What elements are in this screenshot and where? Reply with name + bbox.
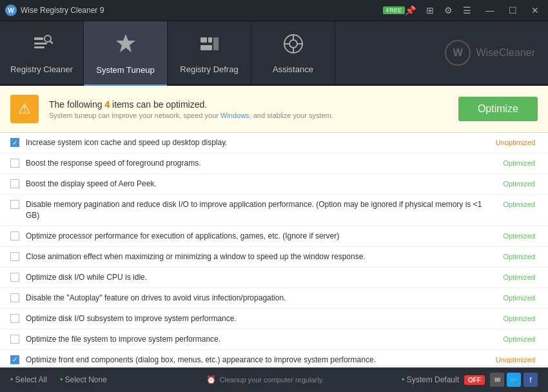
tab-registry-cleaner[interactable]: Registry Cleaner — [0, 21, 84, 84]
svg-rect-2 — [34, 46, 44, 48]
tab-label-registry-cleaner: Registry Cleaner — [10, 64, 73, 74]
list-item: Optimize processor performance for execu… — [0, 226, 548, 247]
item-checkbox-3[interactable] — [10, 179, 19, 188]
list-item: Boost the response speed of foreground p… — [0, 153, 548, 174]
twitter-social-button[interactable]: 🐦 — [507, 373, 521, 387]
list-item: Optimize the file system to improve syst… — [0, 329, 548, 350]
svg-marker-5 — [116, 34, 135, 52]
window-controls: — ☐ ✕ — [482, 4, 543, 17]
app-logo: W — [5, 5, 17, 16]
menu-icon[interactable]: ☰ — [463, 5, 471, 15]
settings-icon[interactable]: ⚙ — [444, 5, 453, 15]
item-checkbox-4[interactable] — [10, 200, 19, 209]
warning-icon: ⚠ — [10, 95, 39, 123]
email-social-button[interactable]: ✉ — [490, 373, 504, 387]
registry-defrag-icon — [198, 32, 221, 61]
tab-system-tuneup[interactable]: System Tuneup — [84, 21, 168, 84]
list-item: Disable the "Autoplay" feature on drives… — [0, 288, 548, 309]
item-text-6: Close animation effect when maximizing o… — [26, 251, 494, 262]
svg-rect-9 — [213, 37, 219, 50]
info-banner: ⚠ The following 4 items can be optimized… — [0, 86, 548, 133]
svg-rect-8 — [201, 45, 212, 50]
main-content: ⚠ The following 4 items can be optimized… — [0, 86, 548, 368]
tab-registry-defrag[interactable]: Registry Defrag — [168, 21, 251, 84]
svg-rect-0 — [34, 37, 43, 40]
item-status-9: Optimized — [500, 314, 538, 323]
item-text-1: Increase system icon cache and speed up … — [26, 137, 487, 148]
item-status-5: Optimized — [500, 231, 538, 240]
facebook-social-button[interactable]: f — [524, 373, 538, 387]
assistance-icon — [282, 32, 305, 61]
item-text-3: Boost the display speed of Aero Peek. — [26, 179, 494, 190]
tab-label-registry-defrag: Registry Defrag — [180, 64, 238, 74]
registry-cleaner-icon — [30, 32, 54, 61]
item-status-1: Unoptimized — [493, 138, 538, 147]
optimize-button[interactable]: Optimize — [458, 97, 538, 121]
brand-name: WiseCleaner — [476, 47, 535, 59]
brand-circle: W — [445, 40, 471, 66]
item-checkbox-6[interactable] — [10, 252, 19, 261]
item-text-8: Disable the "Autoplay" feature on drives… — [26, 293, 494, 304]
pin-icon[interactable]: 📌 — [405, 5, 416, 15]
tab-assistance[interactable]: Assistance — [251, 21, 335, 84]
close-button[interactable]: ✕ — [527, 4, 543, 17]
svg-line-4 — [50, 41, 52, 43]
item-status-11: Unoptimized — [493, 355, 538, 364]
maximize-button[interactable]: ☐ — [505, 4, 521, 17]
item-checkbox-7[interactable] — [10, 273, 19, 282]
item-text-5: Optimize processor performance for execu… — [26, 231, 494, 242]
free-badge: FREE — [383, 6, 405, 14]
items-list: Increase system icon cache and speed up … — [0, 133, 548, 366]
footer-right: System Default OFF ✉ 🐦 f — [402, 373, 538, 387]
social-links: ✉ 🐦 f — [490, 373, 538, 387]
item-checkbox-8[interactable] — [10, 293, 19, 302]
item-checkbox-2[interactable] — [10, 159, 19, 168]
select-all-link[interactable]: Select All — [10, 375, 47, 384]
app-title: Wise Registry Cleaner 9 — [21, 6, 379, 15]
banner-main-text: The following 4 items can be optimized. — [49, 99, 448, 110]
svg-rect-7 — [208, 37, 212, 43]
item-checkbox-1[interactable] — [10, 138, 19, 147]
item-text-9: Optimize disk I/O subsystem to improve s… — [26, 313, 494, 324]
clock-icon: ⏰ — [206, 375, 216, 384]
item-status-10: Optimized — [500, 335, 538, 344]
item-text-10: Optimize the file system to improve syst… — [26, 334, 494, 345]
item-checkbox-9[interactable] — [10, 314, 19, 323]
list-item: Optimize front end components (dialog bo… — [0, 350, 548, 366]
item-status-6: Optimized — [500, 252, 538, 261]
item-checkbox-10[interactable] — [10, 335, 19, 344]
list-item: Optimize disk I/O subsystem to improve s… — [0, 309, 548, 329]
windows-link[interactable]: Windows — [220, 112, 250, 119]
item-status-3: Optimized — [500, 179, 538, 188]
item-checkbox-5[interactable] — [10, 231, 19, 240]
item-text-7: Optimize disk I/O while CPU is idle. — [26, 272, 494, 283]
system-tuneup-icon — [113, 32, 138, 61]
list-item: Close animation effect when maximizing o… — [0, 247, 548, 268]
item-checkbox-11[interactable] — [10, 355, 19, 364]
grid-icon[interactable]: ⊞ — [426, 5, 434, 15]
item-text-4: Disable memory pagination and reduce dis… — [26, 199, 494, 221]
item-text-2: Boost the response speed of foreground p… — [26, 158, 494, 169]
item-status-8: Optimized — [500, 293, 538, 302]
select-none-link[interactable]: Select None — [60, 375, 107, 384]
banner-text: The following 4 items can be optimized. … — [49, 99, 448, 119]
svg-rect-6 — [201, 37, 207, 43]
schedule-text: Cleanup your computer regularly. — [220, 376, 324, 384]
item-status-2: Optimized — [500, 159, 538, 168]
system-default-link[interactable]: System Default — [402, 375, 459, 384]
banner-sub-text: System tuneup can improve your network, … — [49, 112, 448, 119]
svg-rect-1 — [34, 43, 47, 44]
footer-links: Select All Select None — [10, 375, 206, 384]
tab-label-assistance: Assistance — [273, 64, 313, 74]
brand-logo: W WiseCleaner — [432, 21, 548, 84]
svg-point-11 — [289, 40, 297, 48]
footer-schedule: ⏰ Cleanup your computer regularly. — [206, 375, 402, 384]
footer: Select All Select None ⏰ Cleanup your co… — [0, 368, 548, 392]
list-item: Increase system icon cache and speed up … — [0, 133, 548, 153]
schedule-toggle[interactable]: OFF — [464, 375, 485, 385]
item-text-11: Optimize front end components (dialog bo… — [26, 355, 487, 366]
minimize-button[interactable]: — — [482, 4, 498, 17]
list-item: Disable memory pagination and reduce dis… — [0, 195, 548, 226]
toolbar-icons: 📌 ⊞ ⚙ ☰ — [405, 5, 471, 15]
title-bar: W Wise Registry Cleaner 9 FREE 📌 ⊞ ⚙ ☰ —… — [0, 0, 548, 21]
